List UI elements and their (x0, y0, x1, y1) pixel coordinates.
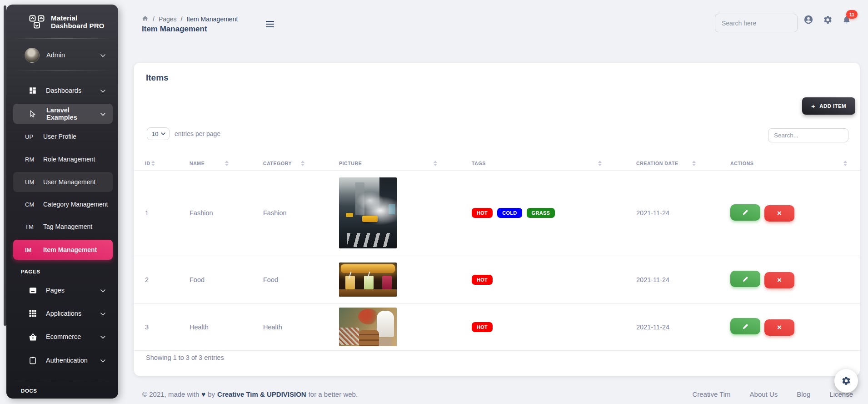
edit-button[interactable] (730, 204, 760, 221)
sidebar-item-role-management[interactable]: RM Role Management (13, 149, 113, 169)
footer-brand[interactable]: Creative Tim & UPDIVISION (217, 390, 306, 398)
footer-link-about-us[interactable]: About Us (750, 390, 778, 398)
sort-icon (843, 161, 847, 166)
sidebar-item-label: Pages (46, 287, 65, 294)
breadcrumb-current: Item Management (186, 15, 238, 23)
sidebar-item-label: Role Management (43, 156, 95, 163)
edit-button[interactable] (730, 271, 760, 287)
x-icon: × (777, 276, 782, 285)
sort-icon (434, 161, 437, 166)
brand[interactable]: Material Dashboard PRO (13, 11, 113, 32)
breadcrumb-pages[interactable]: Pages (159, 15, 177, 23)
column-header-picture[interactable]: PICTURE (328, 157, 461, 170)
entries-per-page-select[interactable]: 10 (147, 127, 170, 140)
clipboard-icon (28, 356, 37, 365)
sort-icon (301, 161, 304, 166)
user-name: Admin (46, 51, 65, 59)
search-input[interactable] (715, 14, 798, 32)
page-title: Item Management (142, 25, 207, 34)
sidebar-item-category-management[interactable]: CM Category Management (13, 194, 113, 214)
sidebar-item-label: Item Management (43, 246, 97, 253)
cell-name: Fashion (179, 170, 252, 256)
heart-icon: ♥ (201, 390, 205, 398)
footer-link-blog[interactable]: Blog (797, 390, 810, 398)
footer-link-creative-tim[interactable]: Creative Tim (692, 390, 730, 398)
settings-gear-icon[interactable] (823, 15, 833, 25)
apps-grid-icon (28, 309, 37, 318)
sidebar-item-ecommerce[interactable]: Ecommerce (13, 327, 113, 347)
notifications-bell-icon[interactable]: 11 (842, 15, 852, 25)
sidebar-item-applications[interactable]: Applications (13, 303, 113, 323)
column-header-id[interactable]: ID (134, 157, 179, 170)
sidebar-item-label: User Management (43, 178, 95, 186)
item-picture (339, 177, 397, 248)
sidebar-item-item-management[interactable]: IM Item Management (13, 240, 113, 260)
home-icon[interactable] (142, 15, 149, 23)
column-header-name[interactable]: NAME (179, 157, 252, 170)
account-icon[interactable] (803, 15, 813, 25)
item-abbr: IM (25, 247, 37, 253)
sidebar-item-label: Ecommerce (46, 333, 81, 340)
card-title: Items (146, 73, 169, 83)
cell-category: Fashion (252, 170, 328, 256)
item-abbr: UP (25, 133, 37, 140)
column-header-category[interactable]: CATEGORY (252, 157, 328, 170)
item-picture (339, 263, 397, 297)
cell-creation-date: 2021-11-24 (625, 170, 719, 256)
table-row: 3 Health Health HOT 2021-11-24 × (134, 303, 860, 350)
section-header-pages: PAGES (13, 266, 113, 277)
column-header-tags[interactable]: TAGS (461, 157, 625, 170)
tag-pill: HOT (472, 275, 493, 285)
sidebar-user-admin[interactable]: Admin (13, 45, 113, 65)
brand-logo-icon (29, 15, 45, 29)
sidebar-item-authentication[interactable]: Authentication (13, 350, 113, 370)
avatar (25, 48, 40, 63)
table-search-input[interactable] (768, 128, 848, 142)
section-header-docs: DOCS (13, 385, 113, 396)
table-row: 1 Fashion Fashion HOT COLD GRASS 2021-11… (134, 170, 860, 256)
menu-toggle-icon[interactable] (266, 21, 274, 29)
cell-name: Health (179, 303, 252, 350)
chevron-down-icon (100, 286, 105, 294)
sidebar-item-user-profile[interactable]: UP User Profile (13, 126, 113, 146)
column-header-actions[interactable]: ACTIONS (719, 157, 860, 170)
sidebar-item-tag-management[interactable]: TM Tag Management (13, 217, 113, 237)
sidebar-item-pages[interactable]: Pages (13, 280, 113, 300)
item-abbr: RM (25, 156, 37, 163)
item-picture (339, 308, 397, 346)
sidebar-item-label: User Profile (43, 133, 76, 140)
cell-id: 1 (134, 170, 179, 256)
settings-gear-icon (841, 376, 851, 386)
cursor-icon (29, 109, 38, 118)
settings-fab[interactable] (834, 369, 858, 393)
cell-id: 3 (134, 303, 179, 350)
cell-creation-date: 2021-11-24 (625, 303, 719, 350)
column-header-creation-date[interactable]: CREATION DATE (625, 157, 719, 170)
chevron-down-icon (100, 110, 105, 118)
delete-button[interactable]: × (764, 272, 794, 288)
breadcrumb: / Pages / Item Management (142, 15, 238, 23)
plus-icon: + (811, 102, 815, 110)
delete-button[interactable]: × (764, 205, 794, 222)
sidebar-item-label: Authentication (46, 357, 88, 364)
cell-category: Health (252, 303, 328, 350)
sidebar-item-dashboards[interactable]: Dashboards (13, 81, 113, 101)
brand-title: Material Dashboard PRO (51, 14, 113, 30)
tag-pill: COLD (497, 208, 522, 218)
delete-button[interactable]: × (764, 319, 794, 336)
table-row: 2 Food Food HOT 2021-11-24 × (134, 256, 860, 303)
footer: © 2021, made with ♥ by Creative Tim & UP… (134, 387, 860, 401)
sort-icon (692, 161, 696, 166)
shopping-basket-icon (28, 332, 37, 341)
divider (13, 71, 112, 71)
chevron-down-icon (100, 356, 105, 364)
sidebar-item-laravel-examples[interactable]: Laravel Examples (13, 104, 113, 124)
sidebar: Material Dashboard PRO Admin Dashboards … (6, 5, 118, 399)
add-item-button[interactable]: + ADD ITEM (802, 97, 855, 115)
dashboard-icon (28, 86, 37, 95)
sidebar-item-user-management[interactable]: UM User Management (13, 172, 113, 192)
edit-button[interactable] (730, 318, 760, 334)
chevron-down-icon (100, 51, 105, 59)
sort-icon (151, 161, 155, 166)
table-summary: Showing 1 to 3 of 3 entries (146, 354, 224, 361)
